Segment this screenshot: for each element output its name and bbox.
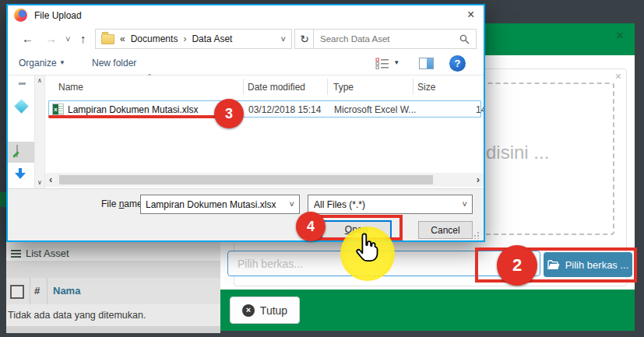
hand-cursor-icon [353, 233, 379, 262]
list-asset-header: List Asset [6, 246, 220, 261]
dialog-title: File Upload [34, 10, 82, 21]
panel-close-icon[interactable]: × [615, 70, 621, 82]
views-caret-icon[interactable]: ▾ [395, 58, 399, 66]
up-button[interactable]: ↑ [80, 33, 86, 44]
scrollbar-thumb[interactable] [59, 175, 433, 184]
scroll-up-icon[interactable]: ∧ [37, 78, 42, 84]
sort-ascending-icon: ˆ [148, 73, 151, 84]
dialog-bottom-pane: File name: ˅ All Files (*.*) ˅ Open Canc… [8, 188, 484, 240]
organize-caret-icon: ▼ [59, 59, 65, 66]
excel-file-icon: x [52, 104, 64, 115]
file-type-select[interactable]: All Files (*.*) ˅ [308, 195, 473, 214]
horizontal-scrollbar[interactable]: ‹ › [45, 173, 484, 187]
preview-pane-icon[interactable] [419, 58, 434, 69]
file-name-combobox[interactable]: ˅ [140, 195, 300, 214]
column-divider[interactable] [243, 79, 244, 95]
table-header-row: # Nama [6, 278, 220, 304]
annotation-circle-4: 4 [296, 212, 326, 241]
column-header-size[interactable]: Size [417, 82, 435, 93]
dialog-navbar: ← → ˅ ↑ « Documents › Data Aset ˅ ↻ [8, 26, 484, 51]
dropzone-text: disini ... [486, 142, 549, 163]
scroll-down-icon[interactable]: ∨ [37, 180, 42, 186]
back-button[interactable]: ← [22, 33, 33, 44]
search-input[interactable] [314, 34, 459, 44]
breadcrumb-documents[interactable]: Documents [131, 33, 178, 44]
scroll-right-icon[interactable]: › [477, 174, 480, 184]
refresh-icon: ↻ [300, 33, 309, 44]
history-dropdown-icon[interactable]: ˅ [65, 35, 70, 44]
screen: List Asset # Nama Tidak ada data yang di… [0, 0, 644, 337]
firefox-icon [14, 9, 27, 22]
excel-x-glyph: x [53, 104, 58, 114]
list-icon [11, 250, 21, 258]
scroll-left-icon[interactable]: ‹ [49, 174, 52, 184]
organize-label: Organize [19, 58, 57, 68]
search-box [313, 29, 477, 49]
file-type-value: All Files (*.*) [308, 199, 463, 210]
breadcrumb-chevrons[interactable]: « [120, 33, 125, 44]
file-type: Microsoft Excel W... [334, 104, 416, 115]
column-divider [47, 278, 48, 304]
column-divider[interactable] [413, 79, 413, 95]
file-date: 03/12/2018 15:14 [248, 104, 321, 115]
cancel-button[interactable]: Cancel [418, 221, 473, 239]
sidebar-scrollbar[interactable]: ∧ ∨ [34, 75, 45, 188]
folder-icon [101, 34, 114, 44]
address-bar[interactable]: « Documents › Data Aset ˅ [95, 29, 292, 49]
dialog-titlebar[interactable]: File Upload × [8, 5, 484, 26]
empty-message: Tidak ada data yang ditemukan. [6, 310, 146, 321]
file-size: 14 [476, 104, 484, 115]
organize-button[interactable]: Organize ▼ [19, 58, 65, 68]
modal-footer: × Tutup [220, 290, 635, 331]
dialog-toolbar: Organize ▼ New folder ▾ ? [8, 51, 484, 75]
new-folder-button[interactable]: New folder [92, 58, 136, 68]
views-icon[interactable] [375, 58, 389, 69]
3d-objects-icon[interactable] [14, 99, 28, 113]
resize-grip[interactable] [472, 231, 480, 239]
tutup-label: Tutup [260, 304, 287, 317]
page-green-fragment [0, 192, 6, 207]
forward-button[interactable]: → [45, 33, 57, 44]
col-nama[interactable]: Nama [53, 285, 80, 297]
col-hash[interactable]: # [34, 285, 40, 297]
file-name: Lampiran Dokumen Mutasi.xlsx [68, 104, 198, 115]
close-circle-icon: × [242, 304, 255, 317]
column-header-date[interactable]: Date modified [248, 82, 305, 93]
search-icon[interactable] [459, 34, 470, 44]
page-toolbar-band [6, 261, 220, 278]
tutup-button[interactable]: × Tutup [230, 297, 300, 324]
select-all-checkbox[interactable] [10, 285, 24, 299]
help-icon[interactable]: ? [449, 55, 466, 72]
annotation-circle-2: 2 [497, 245, 537, 286]
documents-item-selected[interactable] [8, 142, 34, 163]
breadcrumb-data-aset[interactable]: Data Aset [192, 33, 232, 44]
column-divider [30, 278, 30, 304]
address-dropdown-icon[interactable]: ˅ [281, 35, 286, 44]
modal-close-icon[interactable]: × [616, 28, 624, 44]
list-asset-title: List Asset [26, 247, 69, 259]
file-name-label: File name: [101, 198, 145, 209]
filetype-dropdown-icon[interactable]: ˅ [463, 200, 472, 209]
column-divider[interactable] [327, 79, 328, 95]
file-upload-dialog: File Upload × ← → ˅ ↑ « Documents › Data… [8, 5, 484, 240]
refresh-button[interactable]: ↻ [294, 29, 315, 49]
annotation-circle-3: 3 [214, 99, 244, 128]
column-header-name[interactable]: Name [58, 82, 83, 93]
documents-icon [16, 145, 18, 157]
dialog-close-icon[interactable]: × [467, 8, 474, 22]
list-column-headers: ˆ Name Date modified Type Size [45, 75, 484, 98]
dialog-sidebar [8, 75, 34, 188]
breadcrumb-separator: › [183, 33, 186, 44]
table-footer-band [6, 326, 220, 333]
filename-dropdown-icon[interactable]: ˅ [290, 200, 299, 209]
column-header-type[interactable]: Type [333, 82, 354, 93]
file-name-input[interactable] [141, 199, 290, 210]
annotation-underline-filename [48, 115, 228, 118]
table-empty-row: Tidak ada data yang ditemukan. [6, 304, 220, 326]
